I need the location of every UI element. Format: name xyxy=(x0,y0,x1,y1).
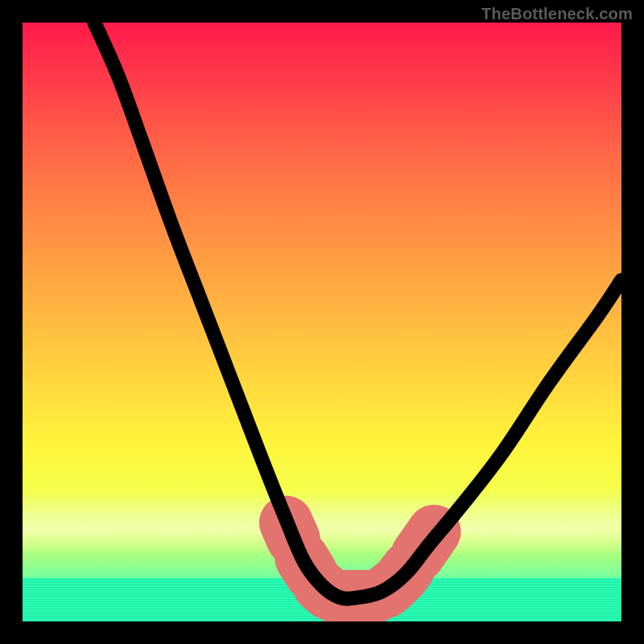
plot-area xyxy=(23,23,621,621)
attribution-text: TheBottleneck.com xyxy=(481,5,633,23)
outer-frame: TheBottleneck.com xyxy=(0,0,644,644)
bottleneck-curve xyxy=(94,23,621,599)
curve-svg xyxy=(23,23,621,621)
